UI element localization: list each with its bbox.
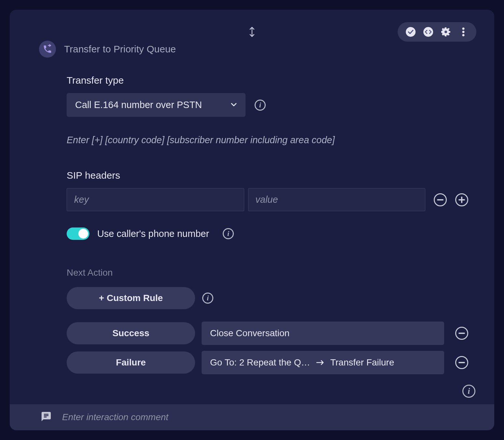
svg-rect-4 [445,27,446,29]
code-icon[interactable] [422,26,434,38]
svg-rect-7 [448,31,450,33]
svg-point-3 [444,31,447,33]
svg-rect-19 [458,362,465,363]
svg-rect-18 [458,333,465,334]
gear-icon[interactable] [440,26,452,38]
sip-headers-label: SIP headers [67,170,468,181]
card-header: Transfer to Priority Queue [39,41,176,58]
use-caller-number-label: Use caller's phone number [97,228,209,239]
transfer-type-row: Call E.164 number over PSTN i [67,93,468,117]
card-title: Transfer to Priority Queue [64,44,176,55]
info-icon: i [462,385,475,398]
failure-label: Failure [67,351,195,374]
use-caller-number-toggle[interactable] [67,227,89,240]
add-header-button[interactable] [455,193,468,206]
card-info-button[interactable]: i [462,385,475,398]
next-action-label: Next Action [67,268,468,278]
card-toolbar [398,22,476,42]
success-action-value: Close Conversation [210,328,289,338]
check-icon[interactable] [405,26,417,38]
info-icon[interactable]: i [202,293,213,304]
drag-handle-icon[interactable] [248,26,256,39]
sip-value-input[interactable] [248,188,426,211]
failure-action-select[interactable]: Go To: 2 Repeat the Q… Transfer Failure [202,351,444,374]
success-label: Success [67,322,195,344]
transfer-type-label: Transfer type [67,75,468,86]
remove-success-button[interactable] [455,327,468,340]
remove-failure-button[interactable] [455,356,468,369]
transfer-type-value: Call E.164 number over PSTN [75,100,202,110]
remove-header-button[interactable] [434,193,447,206]
svg-point-13 [462,31,465,33]
failure-action-value-1: Go To: 2 Repeat the Q… [210,357,310,368]
failure-action-row: Failure Go To: 2 Repeat the Q… Transfer … [67,351,468,374]
node-card: Transfer to Priority Queue Transfer type… [10,10,494,430]
svg-rect-6 [441,31,443,33]
transfer-type-hint: Enter [+] [country code] [subscriber num… [67,135,468,145]
arrow-right-icon [316,357,325,368]
more-icon[interactable] [458,26,469,38]
transfer-type-select[interactable]: Call E.164 number over PSTN [67,93,245,117]
failure-action-value-2: Transfer Failure [330,357,394,368]
success-action-row: Success Close Conversation [67,322,468,345]
svg-point-14 [462,34,465,36]
add-custom-rule-button[interactable]: + Custom Rule [67,287,195,309]
info-icon[interactable]: i [223,228,234,239]
sip-key-input[interactable] [67,188,244,211]
custom-rule-row: + Custom Rule i [67,287,468,309]
toggle-knob [78,229,88,239]
comment-icon [41,411,52,423]
svg-rect-5 [445,34,446,36]
svg-point-12 [462,28,465,30]
transfer-call-icon [39,41,56,58]
svg-point-1 [423,27,433,37]
svg-rect-15 [437,199,444,200]
sip-header-row [67,188,468,211]
chevron-down-icon [231,102,237,108]
svg-rect-17 [458,199,465,200]
svg-point-0 [406,27,416,37]
use-caller-number-row: Use caller's phone number i [67,227,468,240]
comment-input[interactable] [62,412,463,422]
card-content: Transfer type Call E.164 number over PST… [67,75,468,380]
info-icon[interactable]: i [255,100,266,111]
success-action-select[interactable]: Close Conversation [202,322,444,345]
comment-bar [10,404,494,430]
